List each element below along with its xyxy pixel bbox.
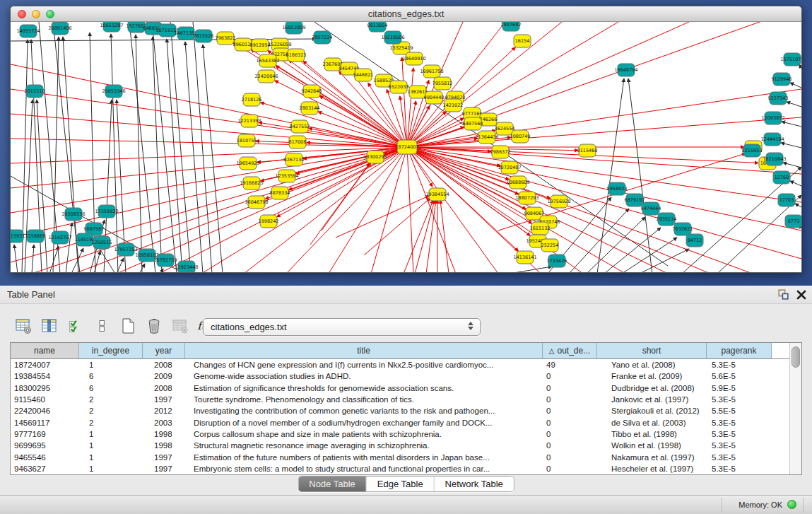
teal-node-2015310[interactable]: 2015310 xyxy=(25,85,45,98)
yellow-node-18807293[interactable]: 18807293 xyxy=(515,192,539,204)
teal-node-3915931[interactable]: 3915931 xyxy=(11,230,25,243)
delete-table-icon[interactable] xyxy=(145,317,163,335)
edge[interactable] xyxy=(129,22,155,272)
tab-edge-table[interactable]: Edge Table xyxy=(367,477,435,491)
yellow-node-19756928[interactable]: 19756928 xyxy=(547,195,570,208)
yellow-node-2803144[interactable]: 2803144 xyxy=(300,102,320,115)
yellow-node-7955812[interactable]: 7955812 xyxy=(433,77,453,90)
yellow-node-18300295[interactable]: 18300295 xyxy=(363,151,387,163)
yellow-node-18724007[interactable]: 18724007 xyxy=(395,140,418,154)
tab-network-table[interactable]: Network Table xyxy=(435,477,514,491)
yellow-node-8878334[interactable]: 8878334 xyxy=(270,187,290,199)
edge[interactable] xyxy=(783,163,801,168)
teal-node-9129946[interactable]: 9129946 xyxy=(772,73,792,86)
close-panel-icon[interactable] xyxy=(796,290,806,303)
table-row[interactable]: 969969511998Structural magnetic resonanc… xyxy=(11,440,789,451)
yellow-node-9115460[interactable]: 9115460 xyxy=(577,144,598,157)
teal-node-12444194[interactable]: 12444194 xyxy=(760,133,784,146)
edge[interactable] xyxy=(11,147,407,262)
column-header-short[interactable]: short xyxy=(597,343,707,358)
window-titlebar[interactable]: citations_edges.txt xyxy=(11,6,801,22)
edge[interactable] xyxy=(322,162,371,230)
teal-node-12093872[interactable]: 12093872 xyxy=(761,112,784,124)
table-row[interactable]: 911546021997Tourette syndrome. Phenomeno… xyxy=(11,394,789,405)
yellow-node-7986372[interactable]: 7986372 xyxy=(490,146,511,158)
edge[interactable] xyxy=(426,200,436,272)
yellow-node-21364436[interactable]: 21364436 xyxy=(475,131,498,144)
teal-node-8813054[interactable]: 8813054 xyxy=(367,22,388,32)
yellow-node-1615132[interactable]: 1615132 xyxy=(530,222,551,235)
edge[interactable] xyxy=(795,204,801,207)
yellow-node-2718126[interactable]: 2718126 xyxy=(242,93,262,106)
yellow-node-19384554[interactable]: 19384554 xyxy=(425,188,449,201)
teal-node-2935114[interactable]: 2935114 xyxy=(657,213,677,226)
edge[interactable] xyxy=(628,78,652,272)
teal-node-17957253[interactable]: 17957253 xyxy=(114,243,137,256)
teal-node-7857224[interactable]: 7857224 xyxy=(312,31,333,44)
table-row[interactable]: 946554611997Estimation of the future num… xyxy=(11,451,789,462)
yellow-node-8522037[interactable]: 8522037 xyxy=(389,81,409,93)
column-header-out-degree[interactable]: △ out_de... xyxy=(543,343,597,358)
teal-node-12760[interactable]: 12760 xyxy=(773,171,790,184)
yellow-node-9242848[interactable]: 9242848 xyxy=(302,85,322,98)
table-settings-icon[interactable] xyxy=(14,317,33,335)
column-header-year[interactable]: year xyxy=(143,343,185,358)
teal-node-12923448[interactable]: 12923448 xyxy=(175,261,198,272)
yellow-node-8912954[interactable]: 8912954 xyxy=(250,39,271,52)
teal-node-1733426[interactable]: 1733426 xyxy=(547,255,567,267)
edge[interactable] xyxy=(152,22,177,272)
yellow-node-22420046[interactable]: 22420046 xyxy=(254,70,278,83)
teal-node-17359928[interactable]: 17359928 xyxy=(95,205,118,218)
teal-node-7615526[interactable]: 7615526 xyxy=(194,30,214,42)
edge[interactable] xyxy=(32,245,34,272)
edge[interactable] xyxy=(159,147,407,272)
teal-node-10653287[interactable]: 10653287 xyxy=(100,22,123,32)
edge[interactable] xyxy=(407,147,413,272)
teal-node-14055724[interactable]: 14055724 xyxy=(16,25,40,37)
yellow-node-6497568[interactable]: 6497568 xyxy=(463,117,483,130)
teal-node-15751074[interactable]: 15751074 xyxy=(780,53,801,66)
teal-node-6879197[interactable]: 6879197 xyxy=(625,194,645,206)
edge[interactable] xyxy=(11,39,316,41)
yellow-node-817008[interactable]: 817008 xyxy=(289,136,307,148)
edge[interactable] xyxy=(415,200,435,272)
edge[interactable] xyxy=(203,45,223,272)
edge[interactable] xyxy=(153,37,162,272)
edge[interactable] xyxy=(32,147,407,272)
teal-node-16782759[interactable]: 16782759 xyxy=(153,254,177,267)
edge[interactable] xyxy=(336,196,429,238)
yellow-node-1810755[interactable]: 1810755 xyxy=(237,134,257,147)
column-header-name[interactable]: name xyxy=(11,343,79,358)
edge[interactable] xyxy=(407,147,801,202)
edge[interactable] xyxy=(407,147,801,230)
edge[interactable] xyxy=(407,22,562,147)
teal-node-20053346[interactable]: 20053346 xyxy=(102,85,125,98)
float-panel-icon[interactable] xyxy=(777,288,789,303)
edge[interactable] xyxy=(260,103,407,147)
yellow-node-19654925[interactable]: 19654925 xyxy=(236,157,259,170)
edge[interactable] xyxy=(407,147,456,272)
teal-node-2887682[interactable]: 2887682 xyxy=(501,22,522,31)
teal-node-16053809[interactable]: 16053809 xyxy=(282,22,305,34)
yellow-node-18720407[interactable]: 18720407 xyxy=(498,161,521,174)
edge[interactable] xyxy=(117,147,407,272)
edge[interactable] xyxy=(640,249,689,272)
yellow-node-19166825[interactable]: 19166825 xyxy=(240,177,263,189)
edge[interactable] xyxy=(782,122,801,127)
table-vertical-scrollbar[interactable] xyxy=(789,343,801,474)
table-row[interactable]: 946362711997Embryonic stem cells: a mode… xyxy=(11,463,789,474)
teal-node-8215953[interactable]: 8215953 xyxy=(742,144,763,157)
yellow-node-10688609[interactable]: 10688609 xyxy=(506,176,529,189)
yellow-node-16543382[interactable]: 16543382 xyxy=(256,54,279,67)
teal-node-16648794[interactable]: 16648794 xyxy=(614,64,637,76)
edge[interactable] xyxy=(170,22,191,272)
yellow-node-1421022[interactable]: 1421022 xyxy=(443,99,464,112)
column-visibility-icon[interactable] xyxy=(40,317,59,335)
teal-node-6773[interactable]: 6773 xyxy=(785,215,801,228)
column-header-in-degree[interactable]: in_degree xyxy=(79,343,143,358)
edge[interactable] xyxy=(787,102,801,107)
network-canvas[interactable]: 1872400718300295193845542242004627181261… xyxy=(11,22,801,272)
edge[interactable] xyxy=(364,198,430,255)
yellow-node-8186323[interactable]: 8186323 xyxy=(286,49,307,62)
teal-node-20206536[interactable]: 20206536 xyxy=(61,208,85,221)
